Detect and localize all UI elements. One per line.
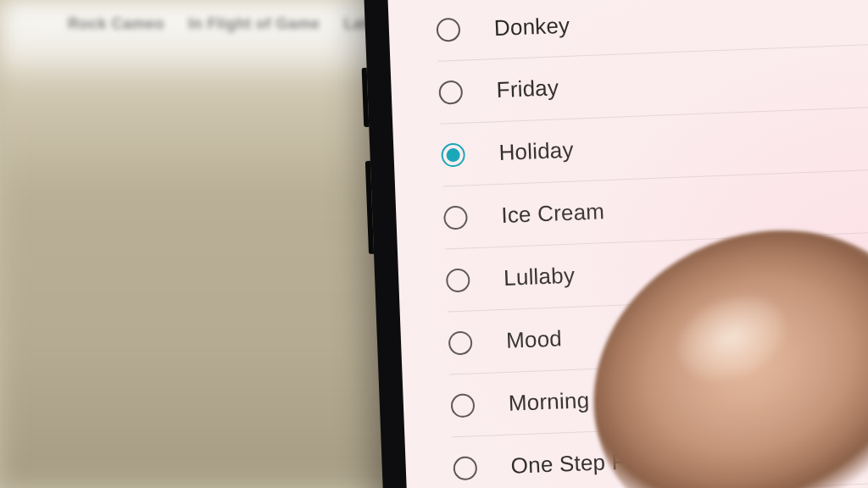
radio-icon[interactable] <box>453 456 477 480</box>
ringtone-list: Donkey Friday Holiday Ice Cream Lullaby <box>436 0 868 488</box>
radio-icon-selected[interactable] <box>441 142 465 167</box>
radio-icon[interactable] <box>448 330 473 355</box>
ringtone-label: One Step Forward <box>510 446 694 479</box>
ringtone-label: Holiday <box>498 137 574 166</box>
radio-icon[interactable] <box>446 268 470 292</box>
ringtone-label: Friday <box>496 75 559 103</box>
ringtone-label: Donkey <box>493 12 570 41</box>
ringtone-label: Lullaby <box>504 263 576 291</box>
ringtone-label: Mood <box>506 325 563 354</box>
phone-device: Donkey Friday Holiday Ice Cream Lullaby <box>363 0 868 488</box>
background-blur-text: Rock CameoIn Flight of GameLate App <box>68 15 412 33</box>
phone-screen: Donkey Friday Holiday Ice Cream Lullaby <box>387 0 868 488</box>
phone-side-button <box>362 68 370 127</box>
radio-icon[interactable] <box>436 18 460 42</box>
ringtone-label: Morning Glory <box>508 385 649 416</box>
radio-icon[interactable] <box>438 80 463 104</box>
ringtone-label: Ice Cream <box>501 198 605 229</box>
radio-icon[interactable] <box>450 393 475 418</box>
radio-icon[interactable] <box>443 205 468 230</box>
